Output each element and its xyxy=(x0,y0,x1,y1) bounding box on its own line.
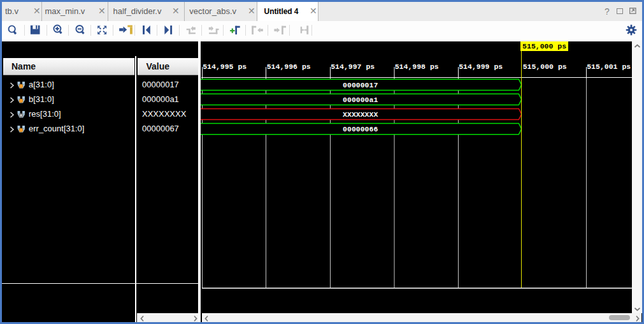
svg-text:514,999 ps: 514,999 ps xyxy=(459,63,503,71)
svg-text:514,995 ps: 514,995 ps xyxy=(203,63,247,71)
svg-text:514,996 ps: 514,996 ps xyxy=(267,63,311,71)
svg-text:00000017: 00000017 xyxy=(343,81,378,89)
svg-text:514,997 ps: 514,997 ps xyxy=(331,63,375,71)
svg-text:000000a1: 000000a1 xyxy=(343,96,378,104)
svg-text:00000066: 00000066 xyxy=(343,125,378,133)
svg-text:XXXXXXXX: XXXXXXXX xyxy=(343,110,378,119)
svg-text:515,001 ps: 515,001 ps xyxy=(587,63,631,71)
svg-text:515,000 ps: 515,000 ps xyxy=(523,63,567,71)
svg-text:514,998 ps: 514,998 ps xyxy=(395,63,439,71)
